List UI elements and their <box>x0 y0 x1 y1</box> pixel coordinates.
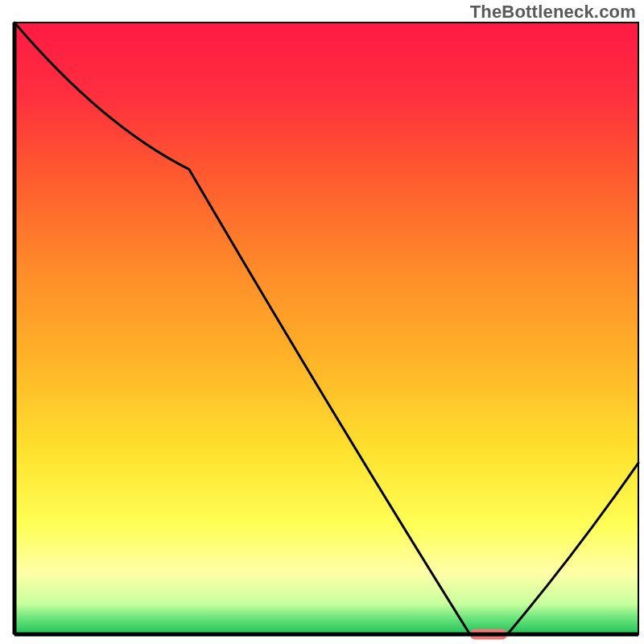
bottleneck-chart <box>0 0 644 644</box>
chart-container: TheBottleneck.com <box>0 0 644 644</box>
